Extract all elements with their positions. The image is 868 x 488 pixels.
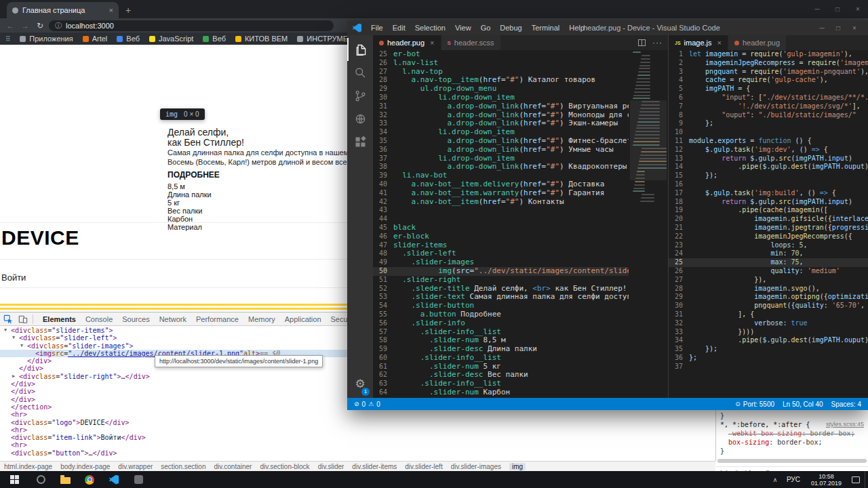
address-bar[interactable]: ⓘ localhost:3000 [49,20,334,31]
editor-tab[interactable]: Sheader.scss [441,35,501,50]
code-line[interactable]: 36}; [669,354,868,363]
code-line[interactable]: 3 pngquant = require('imagemin-pngquant'… [669,68,868,77]
code-line[interactable]: 12 $.gulp.task('img:dev', () => { [669,146,868,155]
start-button[interactable] [0,471,28,488]
code-line[interactable]: 35 }); [669,345,868,354]
elements-tree-row[interactable]: <hr> [0,426,715,434]
taskbar-app-search[interactable] [28,471,53,488]
styles-declaration[interactable]: box-sizing: border-box; [716,438,868,447]
code-line[interactable]: 4 cache = require('gulp-cache'), [669,76,868,85]
devtools-tab-elements[interactable]: Elements [39,313,80,325]
elements-tree-row[interactable]: <div class="logo">DEVICE</div> [0,419,715,426]
action-center-button[interactable] [847,476,865,483]
bookmark-item[interactable]: JavaScript [149,35,193,43]
live-server-port[interactable]: ⊙ Port: 5500 [735,401,774,408]
breadcrumb-item[interactable]: body.index-page [60,463,110,470]
menu-help[interactable]: Help [564,24,589,32]
breadcrumb-item[interactable]: div.slider [318,463,344,470]
show-desktop-button[interactable] [865,471,868,488]
code-line[interactable]: 21 imagemin.jpegtran({progressive: tr [669,224,868,232]
taskbar-app-generic[interactable] [126,471,151,488]
login-link[interactable]: Войти [1,272,26,283]
breadcrumb-item[interactable]: img [509,463,526,470]
code-line[interactable]: 18 return $.gulp.src(imgPATH.input) [669,198,868,207]
code-line[interactable]: 2 imageminJpegRecompress = require('imag… [669,59,868,68]
editor-tab[interactable]: JSimage.js× [669,35,728,50]
explorer-icon[interactable] [347,38,373,61]
twisty-icon[interactable]: ▶ [12,373,19,380]
device-toolbar-icon[interactable] [18,314,28,325]
code-line[interactable]: 17 $.gulp.task('img:build', () => { [669,189,868,198]
bookmark-item[interactable]: Веб [203,35,226,43]
code-line[interactable]: 32 verbose: true [669,319,868,328]
breadcrumb-item[interactable]: div.wrapper [118,463,153,470]
menu-edit[interactable]: Edit [388,24,410,32]
menu-terminal[interactable]: Terminal [527,24,565,32]
breadcrumb-item[interactable]: div.slider-items [352,463,397,470]
code-line[interactable]: 30 pngquant({quality: '65-70', speed [669,302,868,310]
code-line[interactable]: 14 .pipe($.gulp.dest(imgPATH.ouput)); [669,163,868,171]
code-line[interactable]: 5 imgPATH = { [669,85,868,94]
close-icon[interactable]: × [848,5,868,13]
reload-icon[interactable]: ↻ [34,21,46,30]
more-actions-icon[interactable]: ··· [652,40,663,45]
editor-tab[interactable]: header.pug [728,35,787,50]
breadcrumb-item[interactable]: section.section [161,463,205,470]
search-icon[interactable] [347,61,373,84]
code-line[interactable]: 1let imagemin = require('gulp-imagemin')… [669,50,868,59]
taskbar-clock[interactable]: 10:58 01.07.2019 [806,473,847,487]
devtools-tab-memory[interactable]: Memory [244,313,279,325]
devtools-tab-performance[interactable]: Performance [192,313,243,325]
code-line[interactable]: 6 "input": ["./dev/static/images/**/*.{p… [669,94,868,102]
browser-tab[interactable]: Главная страница × [7,2,119,18]
code-line[interactable]: 15 }); [669,171,868,180]
language-indicator[interactable]: РУС [781,476,806,483]
breadcrumb-item[interactable]: div.slider-images [451,463,501,470]
code-line[interactable]: 20 imagemin.gifsicle({interlaced: tru [669,215,868,224]
minimap[interactable] [630,52,667,398]
code-line[interactable]: 43 [373,206,629,215]
breadcrumb-item[interactable]: div.slider-left [405,463,442,470]
inspect-element-icon[interactable] [3,314,14,325]
menu-go[interactable]: Go [476,24,496,32]
breadcrumb-item[interactable]: html.index-page [4,463,52,470]
code-line[interactable]: 25 max: 75, [669,258,868,267]
menu-file[interactable]: File [366,24,388,32]
code-line[interactable]: 13 return $.gulp.src(imgPATH.input) [669,155,868,163]
minimap-viewport[interactable] [630,100,667,180]
bookmark-item[interactable]: Artel [83,35,108,43]
new-tab-button[interactable]: + [125,5,131,16]
code-line[interactable]: 31 ], { [669,310,868,319]
close-icon[interactable]: × [846,24,863,32]
horizontal-scrollbar[interactable] [717,459,867,463]
code-line[interactable]: 23 loops: 5, [669,241,868,250]
cursor-position[interactable]: Ln 50, Col 40 [783,401,823,408]
indentation-setting[interactable]: Spaces: 4 [831,401,861,408]
code-line[interactable]: 11module.exports = function () { [669,137,868,146]
menu-selection[interactable]: Selection [410,24,450,32]
bookmark-item[interactable]: Приложения [20,35,73,43]
apps-grid-icon[interactable]: ⠿ [5,35,10,43]
code-line[interactable]: 24 min: 70, [669,249,868,258]
code-line[interactable]: 64 .slider-num Карбон [373,388,629,397]
back-icon[interactable]: ← [4,21,16,30]
twisty-icon[interactable]: ▼ [20,342,27,350]
minimize-icon[interactable]: ─ [814,24,830,32]
code-line[interactable]: 26 quality: 'medium' [669,267,868,276]
split-editor-icon[interactable] [638,39,646,46]
code-line[interactable]: 29 imagemin.optipng({optimizationLeve [669,293,868,302]
code-line[interactable]: 9 }; [669,119,868,128]
code-line[interactable]: 22 imageminJpegRecompress({ [669,232,868,241]
code-line[interactable]: 28 imagemin.svgo(), [669,285,868,293]
stylesheet-link[interactable]: styles.scss:45 [826,421,864,428]
devtools-tab-network[interactable]: Network [155,313,191,325]
code-line[interactable]: 7 '!./dev/static/images/svg/*'], [669,102,868,111]
more-button[interactable]: ПОДРОБНЕЕ [167,170,351,180]
devtools-tab-console[interactable]: Console [81,313,117,325]
code-line[interactable]: 33 }))) [669,328,868,337]
problems-indicator[interactable]: ⊘ 0 ⚠ 0 [354,401,380,408]
code-line[interactable]: 34 .pipe($.gulp.dest(imgPATH.ouput)); [669,336,868,345]
elements-tree-row[interactable]: <div class="item-link">Войти</div> [0,434,715,441]
bookmark-item[interactable]: Веб [117,35,140,43]
editor-tab[interactable]: header.pug× [373,35,441,50]
